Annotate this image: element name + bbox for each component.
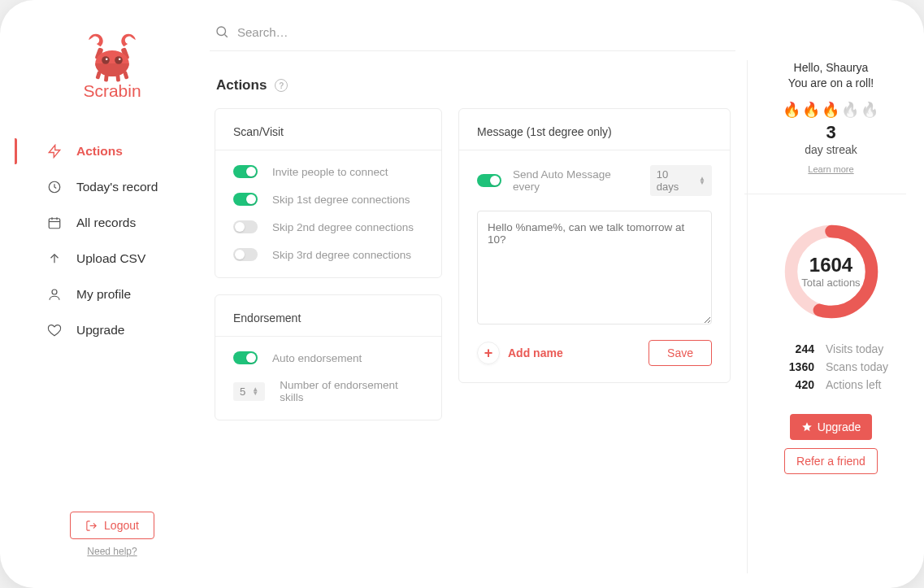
toggle-label: Auto endorsement bbox=[272, 352, 362, 364]
upload-icon bbox=[47, 251, 62, 266]
divider bbox=[215, 336, 441, 337]
star-icon bbox=[801, 421, 813, 433]
divider bbox=[459, 150, 730, 150]
main: Actions ? Scan/Visit Invite people to co… bbox=[210, 15, 735, 573]
user-icon bbox=[47, 287, 62, 302]
scans-label: Scans today bbox=[826, 360, 888, 373]
right-panel: Hello, Shaurya You are on a roll! 🔥🔥🔥🔥🔥 … bbox=[747, 60, 909, 573]
scan-visit-card: Scan/Visit Invite people to connect Skip… bbox=[215, 108, 442, 278]
search-input[interactable] bbox=[237, 25, 731, 39]
sidebar: Scrabin Actions Today's record All recor… bbox=[15, 15, 210, 573]
scan-title: Scan/Visit bbox=[233, 125, 423, 138]
nav-label: My profile bbox=[76, 287, 131, 302]
logout-label: Logout bbox=[104, 519, 139, 532]
actions-left-label: Actions left bbox=[826, 378, 888, 391]
svg-point-18 bbox=[52, 290, 57, 294]
svg-line-21 bbox=[224, 34, 227, 37]
refer-friend-button[interactable]: Refer a friend bbox=[784, 448, 878, 474]
endorsement-skills-stepper[interactable]: 5 ▲▼ bbox=[233, 382, 265, 401]
svg-point-20 bbox=[217, 27, 226, 36]
nav-label: Today's record bbox=[76, 180, 158, 194]
toggle-label: Skip 1st degree connections bbox=[272, 194, 410, 206]
stepper-value: 5 bbox=[240, 385, 245, 398]
upgrade-label: Upgrade bbox=[818, 420, 861, 433]
message-body-textarea[interactable] bbox=[477, 211, 712, 324]
nav-label: All records bbox=[76, 216, 136, 230]
calendar-icon bbox=[47, 216, 62, 230]
greeting-line2: You are on a roll! bbox=[788, 76, 874, 91]
divider bbox=[744, 194, 906, 194]
brand-logo: Scrabin bbox=[15, 31, 210, 101]
save-button[interactable]: Save bbox=[649, 340, 712, 366]
nav-item-my-profile[interactable]: My profile bbox=[15, 277, 210, 312]
toggle-skip-2nd[interactable] bbox=[233, 220, 258, 233]
svg-rect-7 bbox=[95, 71, 102, 80]
nav-item-all-records[interactable]: All records bbox=[15, 205, 210, 241]
heart-icon bbox=[47, 323, 62, 338]
svg-rect-13 bbox=[49, 219, 60, 229]
stepper-arrows-icon: ▲▼ bbox=[252, 387, 258, 395]
toggle-invite-connect[interactable] bbox=[233, 165, 258, 178]
svg-marker-24 bbox=[802, 422, 812, 431]
nav-item-today[interactable]: Today's record bbox=[15, 169, 210, 205]
toggle-auto-endorsement[interactable] bbox=[233, 351, 258, 364]
logout-icon bbox=[85, 520, 98, 532]
toggle-skip-1st[interactable] bbox=[233, 193, 258, 206]
search-bar bbox=[210, 15, 735, 51]
visits-value: 244 bbox=[774, 342, 814, 355]
divider bbox=[215, 150, 441, 150]
clock-icon bbox=[47, 180, 62, 194]
help-icon[interactable]: ? bbox=[275, 79, 288, 92]
crab-icon bbox=[80, 31, 145, 80]
sidebar-nav: Actions Today's record All records Uploa… bbox=[15, 133, 210, 348]
lightning-icon bbox=[47, 144, 62, 159]
flame-icon: 🔥 bbox=[822, 102, 841, 118]
total-actions-label: Total actions bbox=[801, 277, 860, 289]
toggle-skip-3rd[interactable] bbox=[233, 248, 258, 261]
svg-rect-10 bbox=[123, 71, 129, 80]
svg-point-5 bbox=[106, 59, 108, 61]
nav-item-actions[interactable]: Actions bbox=[15, 133, 210, 169]
svg-point-6 bbox=[119, 59, 121, 61]
svg-marker-11 bbox=[49, 146, 60, 158]
flame-icon: 🔥 bbox=[783, 102, 802, 118]
nav-item-upload-csv[interactable]: Upload CSV bbox=[15, 241, 210, 277]
upgrade-button[interactable]: Upgrade bbox=[790, 414, 873, 440]
endorsement-card: Endorsement Auto endorsement 5 ▲▼ Number… bbox=[215, 294, 442, 420]
stepper-label: Number of endorsement skills bbox=[280, 379, 423, 403]
brand-name: Scrabin bbox=[83, 81, 141, 101]
flame-icon: 🔥 bbox=[802, 102, 822, 118]
toggle-label: Send Auto Message every bbox=[513, 168, 639, 193]
page-title-row: Actions ? bbox=[210, 51, 735, 108]
streak-flames: 🔥🔥🔥🔥🔥 bbox=[783, 101, 880, 119]
nav-item-upgrade[interactable]: Upgrade bbox=[15, 312, 210, 348]
total-actions-value: 1604 bbox=[809, 254, 852, 277]
actions-left-value: 420 bbox=[774, 378, 814, 391]
logout-button[interactable]: Logout bbox=[70, 512, 154, 539]
scans-value: 1360 bbox=[774, 360, 814, 373]
toggle-label: Skip 3rd degree connections bbox=[272, 249, 411, 261]
message-interval-stepper[interactable]: 10 days ▲▼ bbox=[650, 165, 712, 196]
learn-more-link[interactable]: Learn more bbox=[808, 164, 853, 174]
need-help-link[interactable]: Need help? bbox=[87, 546, 137, 557]
svg-point-3 bbox=[102, 56, 110, 64]
message-title: Message (1st degree only) bbox=[477, 125, 712, 138]
add-name-button[interactable]: + Add name bbox=[477, 342, 563, 364]
flame-icon: 🔥 bbox=[841, 102, 861, 118]
add-name-label: Add name bbox=[508, 346, 563, 359]
visits-label: Visits today bbox=[826, 342, 888, 355]
svg-rect-8 bbox=[104, 74, 109, 82]
nav-label: Actions bbox=[76, 144, 123, 159]
stepper-arrows-icon: ▲▼ bbox=[699, 176, 705, 185]
toggle-label: Invite people to connect bbox=[272, 166, 388, 178]
toggle-auto-message[interactable] bbox=[477, 174, 501, 187]
streak-label: day streak bbox=[805, 143, 857, 156]
message-card: Message (1st degree only) Send Auto Mess… bbox=[458, 108, 731, 383]
nav-label: Upgrade bbox=[76, 323, 124, 338]
endorsement-title: Endorsement bbox=[233, 311, 423, 324]
greeting: Hello, Shaurya You are on a roll! bbox=[788, 60, 874, 91]
greeting-line1: Hello, Shaurya bbox=[788, 60, 874, 76]
page-title: Actions bbox=[216, 77, 267, 94]
search-icon bbox=[215, 24, 229, 39]
toggle-label: Skip 2nd degree connections bbox=[272, 221, 414, 233]
